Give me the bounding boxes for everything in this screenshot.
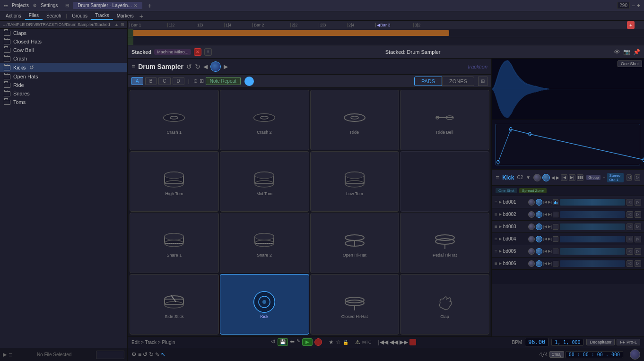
skip-end-4[interactable]: ▶| (548, 237, 552, 241)
skip-end[interactable]: ▶| (548, 200, 552, 204)
knob-tune[interactable] (528, 199, 535, 206)
stop-btn[interactable] (409, 339, 416, 345)
cursor-icon[interactable]: ↖ (161, 351, 165, 358)
knob-vol-3[interactable] (536, 223, 542, 230)
pad-side-stick[interactable]: Side Stick (130, 274, 219, 335)
sidebar-item-crash[interactable]: Crash (0, 54, 127, 63)
mode-d-btn[interactable]: D (173, 77, 184, 85)
plugin-ff-prol[interactable]: FF Pro-L (617, 339, 640, 345)
sample-play-btn[interactable]: ▶ (499, 200, 502, 204)
skip-back-btn[interactable]: |◀◀ (378, 339, 388, 345)
power-knob[interactable] (210, 61, 221, 72)
skip-end-6[interactable]: ▶| (548, 261, 552, 266)
pad-mid-tom[interactable]: Mid Tom (220, 151, 309, 212)
sample-mute-2[interactable]: ◁ (627, 211, 633, 218)
refresh-btn[interactable]: ↺ (271, 338, 276, 346)
redo-btn[interactable]: ↻ (149, 351, 154, 358)
stacked-settings-btn[interactable]: ≡ (204, 48, 212, 56)
sample-row-menu[interactable]: ≡ (495, 212, 497, 217)
pin-icon[interactable]: 📌 (633, 49, 640, 55)
sample-knob-1[interactable] (533, 174, 541, 181)
pads-tab-btn[interactable]: PADS (414, 77, 442, 86)
pencil-icon[interactable]: ✎ (155, 352, 159, 358)
record-red-btn[interactable] (314, 338, 322, 346)
sample-mute-btn[interactable]: ◁ (627, 174, 632, 181)
sample-solo-1[interactable]: ▷ (635, 199, 641, 206)
tab-close-icon[interactable]: ✕ (134, 3, 138, 8)
sample-solo-3[interactable]: ▷ (635, 223, 641, 230)
skip-start[interactable]: |◀ (543, 200, 547, 204)
sample-row-bd005[interactable]: ≡ ▶ bd005 |◀ ▶| ◁ (492, 245, 644, 258)
plugin-menu-icon[interactable]: ≡ (131, 63, 135, 70)
sidebar-menu-icon[interactable]: ≡ (9, 351, 12, 359)
arrow-left-btn[interactable]: ⬅ (290, 338, 295, 346)
play-green-btn[interactable]: ▶ (302, 338, 313, 346)
sample-row-menu[interactable]: ≡ (495, 261, 497, 266)
star-outline-btn[interactable]: ☆ (336, 339, 341, 345)
sample-row-menu[interactable]: ≡ (495, 249, 497, 254)
sample-solo-2[interactable]: ▷ (635, 211, 641, 218)
expand-btn[interactable]: ⊞ (478, 77, 487, 86)
sample-play-btn[interactable]: ▶ (499, 224, 502, 229)
sample-row-menu[interactable]: ≡ (495, 236, 497, 241)
groups-menu[interactable]: Groups (68, 12, 91, 19)
pad-open-hihat[interactable]: Open Hi-Hat (310, 213, 400, 273)
star-btn[interactable]: ★ (329, 339, 334, 345)
skip-end-3[interactable]: ▶| (548, 224, 552, 229)
prev-icon[interactable]: ◀ (203, 63, 208, 70)
fast-forward-btn[interactable]: ▶▶ (400, 339, 408, 345)
sample-row-bd003[interactable]: ≡ ▶ bd003 |◀ ▶| ◁ (492, 221, 644, 233)
pad-clap[interactable]: Clap (400, 274, 489, 335)
files-menu[interactable]: Files (25, 12, 43, 20)
next-icon[interactable]: ▶ (224, 63, 228, 70)
sample-row-menu[interactable]: ≡ (495, 199, 497, 205)
rewind-btn[interactable]: ◀◀ (390, 339, 398, 345)
sample-down-icon[interactable]: ▼ (526, 175, 531, 180)
sidebar-item-ride[interactable]: Ride (0, 81, 127, 89)
pad-crash2[interactable]: Crash 2 (220, 90, 309, 150)
sidebar-play-icon[interactable]: ▶ (3, 352, 7, 358)
skip-start-3[interactable]: |◀ (543, 224, 547, 229)
bpm-value[interactable]: 96.00 (525, 338, 548, 346)
sidebar-toggle[interactable]: ≡ (138, 351, 141, 358)
sample-row-bd004[interactable]: ≡ ▶ bd004 |◀ ▶| ◁ (492, 233, 644, 245)
sidebar-item-open-hats[interactable]: Open Hats (0, 72, 127, 81)
skip-start-4[interactable]: |◀ (543, 237, 547, 241)
add-marker-btn[interactable]: + (138, 12, 145, 20)
sample-mute-1[interactable]: ◁ (627, 199, 633, 206)
mode-b-btn[interactable]: B (145, 77, 157, 85)
knob-tune-6[interactable] (528, 260, 535, 267)
pad-ride[interactable]: Ride (310, 90, 400, 150)
remove-stacked-btn[interactable]: ✕ (194, 48, 201, 56)
pad-closed-hihat[interactable]: Closed Hi-Hat (310, 274, 400, 335)
pad-crash1[interactable]: Crash 1 (130, 90, 219, 150)
sample-btn-2[interactable]: ▶| (569, 174, 575, 181)
skip-end-5[interactable]: ▶| (548, 249, 552, 253)
redo-icon[interactable]: ↻ (195, 63, 200, 70)
add-tab-button[interactable]: + (146, 2, 154, 9)
knob-tune-2[interactable] (528, 211, 535, 218)
pad-pedal-hihat[interactable]: Pedal Hi-Hat (400, 213, 489, 273)
knob-tune-5[interactable] (528, 248, 535, 255)
knob-vol[interactable] (536, 199, 542, 206)
save-btn[interactable]: 💾 (278, 338, 288, 346)
plus-zoom-button[interactable]: + (637, 2, 640, 9)
sample-solo-4[interactable]: ▷ (635, 236, 641, 242)
pad-high-tom[interactable]: High Tom (130, 151, 219, 212)
knob-vol-2[interactable] (536, 211, 542, 218)
sidebar-item-kicks[interactable]: Kicks ↺ (0, 63, 127, 72)
sample-row-bd002[interactable]: ≡ ▶ bd002 |◀ ▶| ◁ (492, 208, 644, 221)
markers-menu[interactable]: Markers (113, 12, 138, 19)
sidebar-expand-icon[interactable]: ▲ (114, 22, 119, 27)
knob-tune-3[interactable] (528, 223, 535, 230)
pad-kick[interactable]: Kick (220, 274, 309, 335)
sample-row-bd001[interactable]: ≡ ▶ bd001 |◀ ▶| (492, 196, 644, 208)
projects-label[interactable]: Projects (12, 3, 29, 8)
sidebar-item-snares[interactable]: Snares (0, 89, 127, 98)
sample-play-btn[interactable]: ▶ (499, 249, 502, 253)
sidebar-item-claps[interactable]: Claps (0, 29, 127, 37)
sample-mute-3[interactable]: ◁ (627, 223, 633, 230)
skip-start-6[interactable]: |◀ (543, 261, 547, 266)
skip-end-2[interactable]: ▶| (548, 212, 552, 216)
level-icon[interactable]: ▮▮▮ (577, 174, 583, 181)
